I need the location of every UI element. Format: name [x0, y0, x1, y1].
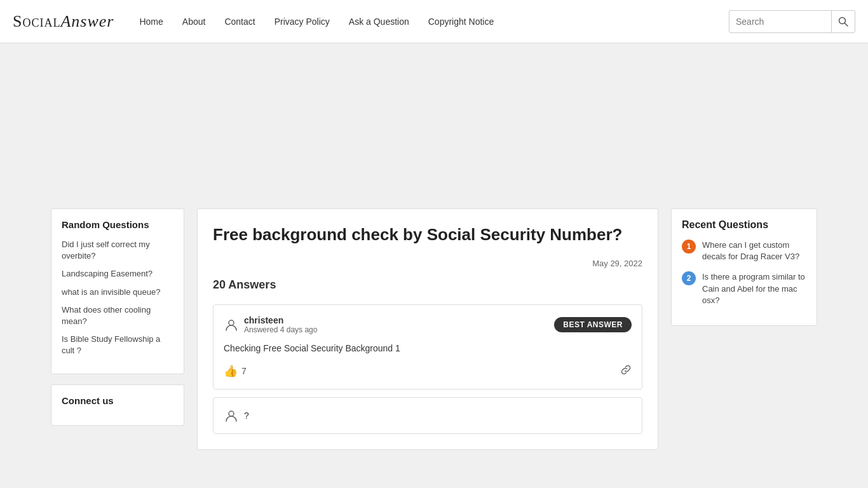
link-icon[interactable]: [620, 364, 632, 379]
answered-time: Answered 4 days ago: [244, 325, 317, 334]
logo-answer: Answer: [60, 12, 114, 30]
random-question-link[interactable]: Is Bible Study Fellowship a cult ?: [62, 334, 160, 355]
answer-footer: 👍 7: [224, 364, 632, 379]
answers-count: 20 Answers: [213, 278, 642, 292]
list-item: Is Bible Study Fellowship a cult ?: [62, 334, 173, 356]
nav-copyright-notice[interactable]: Copyright Notice: [428, 17, 494, 27]
rq-number-2: 2: [682, 271, 696, 285]
thumbs-up-icon[interactable]: 👍: [224, 364, 238, 378]
rq-text-2: Is there a program similar to Cain and A…: [702, 271, 806, 306]
random-questions-title: Random Questions: [62, 219, 173, 230]
recent-question-item: 1 Where can I get custom decals for Drag…: [682, 240, 806, 262]
ad-banner: [0, 43, 868, 208]
user-icon-2: [224, 408, 239, 423]
svg-point-2: [229, 320, 234, 325]
question-card: Free background check by Social Security…: [197, 208, 658, 450]
rq-link-2[interactable]: Is there a program similar to Cain and A…: [702, 272, 805, 304]
answer-header: christeen Answered 4 days ago BEST ANSWE…: [224, 315, 632, 334]
recent-question-item-2: 2 Is there a program similar to Cain and…: [682, 271, 806, 306]
like-count: 7: [241, 366, 247, 376]
answer-user: christeen Answered 4 days ago: [224, 315, 317, 334]
question-title: Free background check by Social Security…: [213, 224, 642, 246]
partial-user: ?: [224, 408, 632, 423]
list-item: What does other cooling mean?: [62, 304, 173, 327]
best-answer-badge: BEST ANSWER: [554, 317, 632, 332]
search-icon: [838, 17, 848, 27]
answer-user-info: christeen Answered 4 days ago: [244, 315, 317, 334]
nav-ask-a-question[interactable]: Ask a Question: [349, 17, 409, 27]
main-nav: Home About Contact Privacy Policy Ask a …: [139, 17, 729, 27]
connect-us-title: Connect us: [62, 395, 173, 406]
recent-questions-card: Recent Questions 1 Where can I get custo…: [671, 208, 817, 326]
question-date: May 29, 2022: [592, 259, 642, 268]
nav-contact[interactable]: Contact: [224, 17, 255, 27]
content-area: Free background check by Social Security…: [197, 208, 658, 460]
svg-point-3: [229, 411, 234, 416]
rq-link-1[interactable]: Where can I get custom decals for Drag R…: [702, 240, 799, 261]
like-section: 👍 7: [224, 364, 247, 378]
main-layout: Random Questions Did I just self correct…: [0, 208, 868, 473]
search-box: [729, 10, 855, 33]
answer-card-best: christeen Answered 4 days ago BEST ANSWE…: [213, 304, 642, 390]
rq-text-1: Where can I get custom decals for Drag R…: [702, 240, 806, 262]
search-button[interactable]: [831, 10, 855, 33]
user-icon: [224, 317, 239, 332]
random-questions-card: Random Questions Did I just self correct…: [51, 208, 184, 374]
logo-social: Social: [13, 12, 60, 30]
header: SocialAnswer Home About Contact Privacy …: [0, 0, 868, 43]
list-item: Did I just self correct my overbite?: [62, 239, 173, 262]
random-question-link[interactable]: What does other cooling mean?: [62, 305, 151, 326]
answer-card-partial: ?: [213, 397, 642, 434]
nav-home[interactable]: Home: [139, 17, 163, 27]
username: christeen: [244, 315, 317, 325]
question-meta: May 29, 2022: [213, 259, 642, 268]
left-sidebar: Random Questions Did I just self correct…: [51, 208, 184, 460]
list-item: what is an invisible queue?: [62, 287, 173, 298]
random-question-link[interactable]: Did I just self correct my overbite?: [62, 240, 150, 261]
right-sidebar: Recent Questions 1 Where can I get custo…: [671, 208, 817, 460]
answer-body: Checking Free Social Security Background…: [224, 342, 632, 355]
search-input[interactable]: [729, 17, 831, 27]
nav-about[interactable]: About: [182, 17, 206, 27]
random-question-link[interactable]: what is an invisible queue?: [62, 287, 160, 297]
list-item: Landscaping Easement?: [62, 268, 173, 280]
partial-username: ?: [244, 410, 249, 421]
svg-line-1: [845, 23, 848, 26]
rq-number-1: 1: [682, 240, 696, 254]
random-question-link[interactable]: Landscaping Easement?: [62, 269, 153, 278]
site-logo[interactable]: SocialAnswer: [13, 12, 114, 31]
connect-us-card: Connect us: [51, 384, 184, 426]
random-questions-list: Did I just self correct my overbite? Lan…: [62, 239, 173, 357]
recent-questions-title: Recent Questions: [682, 219, 806, 231]
nav-privacy-policy[interactable]: Privacy Policy: [275, 17, 330, 27]
